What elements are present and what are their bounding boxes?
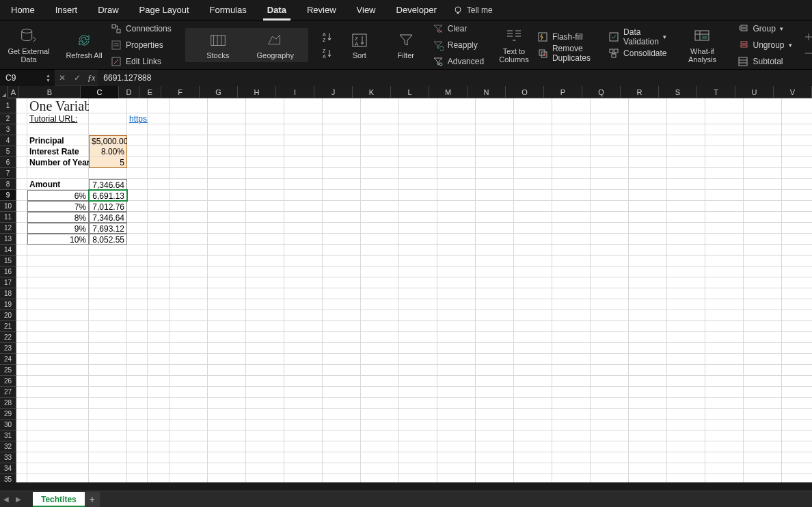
cell-R21[interactable] xyxy=(629,321,667,332)
cell-B32[interactable] xyxy=(27,441,89,452)
cell-V16[interactable] xyxy=(782,266,812,277)
cell-F9[interactable] xyxy=(170,190,208,201)
cell-S32[interactable] xyxy=(667,441,705,452)
cell-V18[interactable] xyxy=(782,288,812,299)
row-header[interactable]: 14 xyxy=(0,245,16,256)
cell-S23[interactable] xyxy=(667,343,705,354)
col-header-C[interactable]: C xyxy=(81,86,119,98)
cell-C15[interactable] xyxy=(89,256,127,266)
cell-V24[interactable] xyxy=(782,354,812,365)
cell-F5[interactable] xyxy=(170,146,208,157)
cell-Q2[interactable] xyxy=(591,113,629,124)
cell-V9[interactable] xyxy=(782,190,812,201)
cell-L6[interactable] xyxy=(399,157,437,168)
cell-V17[interactable] xyxy=(782,277,812,288)
cell-S13[interactable] xyxy=(667,234,705,245)
cell-G4[interactable] xyxy=(208,135,246,146)
cell-P19[interactable] xyxy=(552,299,591,310)
cell-S34[interactable] xyxy=(667,463,705,474)
cell-O11[interactable] xyxy=(514,212,552,223)
cell-P7[interactable] xyxy=(552,168,591,179)
name-box-arrows-icon[interactable]: ▲▼ xyxy=(46,73,51,83)
grid[interactable]: 1One Variable Data Table2Tutorial URL:ht… xyxy=(0,98,812,482)
row-header[interactable]: 26 xyxy=(0,376,16,387)
cell-V1[interactable] xyxy=(782,98,812,113)
cell-F7[interactable] xyxy=(170,168,208,179)
cell-P6[interactable] xyxy=(552,157,591,168)
cell-C24[interactable] xyxy=(89,354,127,365)
cell-J7[interactable] xyxy=(323,168,361,179)
cell-L19[interactable] xyxy=(399,299,437,310)
cell-N33[interactable] xyxy=(476,452,514,463)
cell-S25[interactable] xyxy=(667,365,705,376)
cell-C5[interactable]: 8.00% xyxy=(89,146,127,157)
cell-L9[interactable] xyxy=(399,190,437,201)
cell-B1[interactable]: One Variable Data Table xyxy=(27,98,89,113)
cell-V4[interactable] xyxy=(782,135,812,146)
cell-G17[interactable] xyxy=(208,277,246,288)
cell-A33[interactable] xyxy=(16,452,27,463)
cell-L12[interactable] xyxy=(399,223,437,234)
cell-P34[interactable] xyxy=(552,463,591,474)
cell-J34[interactable] xyxy=(323,463,361,474)
cell-S15[interactable] xyxy=(667,256,705,266)
row-header[interactable]: 21 xyxy=(0,321,16,332)
cell-G14[interactable] xyxy=(208,245,246,256)
cell-T3[interactable] xyxy=(705,124,744,135)
cell-B5[interactable]: Interest Rate xyxy=(27,146,89,157)
cell-C10[interactable]: 7,012.76 xyxy=(89,201,127,212)
cell-Q13[interactable] xyxy=(591,234,629,245)
cell-E11[interactable] xyxy=(148,212,170,223)
cell-P20[interactable] xyxy=(552,310,591,321)
cell-R29[interactable] xyxy=(629,409,667,420)
col-header-U[interactable]: U xyxy=(735,86,774,98)
cell-O10[interactable] xyxy=(514,201,552,212)
cell-Q33[interactable] xyxy=(591,452,629,463)
cell-R2[interactable] xyxy=(629,113,667,124)
cell-V35[interactable] xyxy=(782,474,812,482)
cell-K5[interactable] xyxy=(361,146,399,157)
cell-L3[interactable] xyxy=(399,124,437,135)
cell-D28[interactable] xyxy=(127,398,148,409)
cell-O21[interactable] xyxy=(514,321,552,332)
cell-D31[interactable] xyxy=(127,430,148,441)
cell-E33[interactable] xyxy=(148,452,170,463)
cell-K33[interactable] xyxy=(361,452,399,463)
tab-draw[interactable]: Draw xyxy=(94,0,122,20)
cell-L1[interactable] xyxy=(399,98,437,113)
col-header-D[interactable]: D xyxy=(119,86,139,98)
cell-Q26[interactable] xyxy=(591,376,629,387)
cell-V34[interactable] xyxy=(782,463,812,474)
cell-C12[interactable]: 7,693.12 xyxy=(89,223,127,234)
cell-C11[interactable]: 7,346.64 xyxy=(89,212,127,223)
cell-E20[interactable] xyxy=(148,310,170,321)
cell-C13[interactable]: 8,052.55 xyxy=(89,234,127,245)
cell-G9[interactable] xyxy=(208,190,246,201)
cell-A9[interactable] xyxy=(16,190,27,201)
cell-V3[interactable] xyxy=(782,124,812,135)
hide-detail-button[interactable] xyxy=(803,46,812,60)
cell-O7[interactable] xyxy=(514,168,552,179)
tab-developer[interactable]: Developer xyxy=(392,0,441,20)
cell-N28[interactable] xyxy=(476,398,514,409)
cell-I27[interactable] xyxy=(284,387,323,398)
cell-U1[interactable] xyxy=(744,98,782,113)
cell-R1[interactable] xyxy=(629,98,667,113)
cell-P12[interactable] xyxy=(552,223,591,234)
cancel-formula-button[interactable]: ✕ xyxy=(55,73,70,83)
cell-N11[interactable] xyxy=(476,212,514,223)
cell-F18[interactable] xyxy=(170,288,208,299)
cell-I9[interactable] xyxy=(284,190,323,201)
cell-I5[interactable] xyxy=(284,146,323,157)
cell-L34[interactable] xyxy=(399,463,437,474)
cell-O3[interactable] xyxy=(514,124,552,135)
cell-V8[interactable] xyxy=(782,179,812,190)
cell-H18[interactable] xyxy=(246,288,284,299)
cell-F22[interactable] xyxy=(170,332,208,343)
group-button[interactable]: Group ▾ xyxy=(737,22,791,36)
cell-J10[interactable] xyxy=(323,201,361,212)
cell-Q32[interactable] xyxy=(591,441,629,452)
cell-G6[interactable] xyxy=(208,157,246,168)
cell-J4[interactable] xyxy=(323,135,361,146)
cell-T2[interactable] xyxy=(705,113,744,124)
